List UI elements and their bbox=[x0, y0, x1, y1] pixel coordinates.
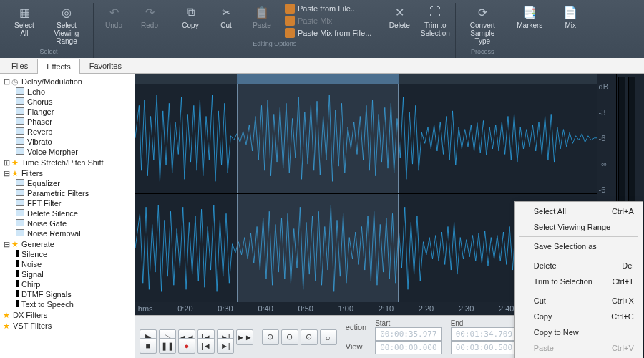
effects-tree: ⊟◷Delay/Modulation Echo Chorus Flanger P… bbox=[1, 77, 133, 332]
tree-leaf-echo[interactable]: Echo bbox=[13, 87, 133, 97]
mix-button[interactable]: 📄Mix bbox=[555, 3, 586, 39]
tree-node-time-stretch[interactable]: ⊞★Time Stretch/Pitch Shift bbox=[3, 158, 133, 168]
record-button[interactable]: ● bbox=[178, 338, 195, 354]
tree-leaf-noise-removal[interactable]: Noise Removal bbox=[13, 228, 133, 238]
zoom-out-button[interactable]: ⊖ bbox=[281, 329, 298, 345]
viewing-range-icon: ◎ bbox=[59, 4, 74, 20]
undo-button[interactable]: ↶Undo bbox=[98, 3, 130, 39]
editing-group-label: Editing Options bbox=[253, 40, 296, 47]
paste-from-file-button[interactable]: Paste from File... bbox=[282, 3, 374, 14]
tab-effects[interactable]: Effects bbox=[37, 59, 79, 74]
tree-leaf-noise[interactable]: Noise bbox=[13, 259, 133, 269]
ribbon: ▦Select All ◎Select Viewing Range Select… bbox=[0, 0, 644, 58]
markers-button[interactable]: 📑Markers bbox=[514, 3, 545, 39]
undo-icon: ↶ bbox=[106, 4, 122, 20]
redo-icon: ↷ bbox=[142, 4, 157, 20]
tree-leaf-tts[interactable]: Text to Speech bbox=[13, 299, 133, 309]
paste-icon: 📋 bbox=[254, 4, 270, 20]
waveform-area: hms0:200:300:400:501:002:102:202:302:402… bbox=[135, 74, 597, 358]
select-group-label: Select bbox=[39, 48, 57, 55]
zoom-fit-button[interactable]: ⊙ bbox=[301, 329, 318, 345]
tree-leaf-voice-morpher[interactable]: Voice Morpher bbox=[13, 147, 133, 157]
copy-icon: ⧉ bbox=[182, 4, 198, 20]
view-label: View bbox=[346, 342, 366, 351]
paste-mix-button: Paste Mix bbox=[282, 15, 374, 26]
tab-favorites[interactable]: Favorites bbox=[80, 58, 131, 73]
view-start-value: 00:00:00.000 bbox=[375, 341, 441, 354]
tree-node-delay-modulation[interactable]: ⊟◷Delay/Modulation Echo Chorus Flanger P… bbox=[3, 77, 133, 158]
ctx-paste: PasteCtrl+V bbox=[517, 340, 641, 356]
trim-to-selection-button[interactable]: ⛶Trim to Selection bbox=[419, 3, 451, 39]
ctx-copy-to-new[interactable]: Copy to New bbox=[517, 324, 641, 340]
paste-mix-from-file-button[interactable]: Paste Mix from File... bbox=[282, 27, 374, 39]
selection-start-value: 00:00:35.977 bbox=[375, 327, 441, 341]
tree-node-vst-filters[interactable]: ★VST Filters bbox=[3, 321, 133, 332]
stop-button[interactable]: ■ bbox=[140, 338, 157, 354]
tree-leaf-vibrato[interactable]: Vibrato bbox=[13, 137, 133, 147]
tree-leaf-equalizer[interactable]: Equalizer bbox=[13, 178, 133, 188]
cut-button[interactable]: ✂Cut bbox=[210, 3, 242, 39]
ctx-select-viewing-range[interactable]: Select Viewing Range bbox=[517, 219, 641, 235]
ctx-copy[interactable]: CopyCtrl+C bbox=[517, 309, 641, 324]
tree-leaf-chirp[interactable]: Chirp bbox=[13, 279, 133, 289]
forward-button[interactable]: ►► bbox=[236, 329, 253, 345]
file-icon bbox=[285, 4, 295, 14]
tree-leaf-phaser[interactable]: Phaser bbox=[13, 117, 133, 127]
trim-icon: ⛶ bbox=[427, 4, 443, 20]
tree-leaf-flanger[interactable]: Flanger bbox=[13, 107, 133, 117]
tree-leaf-reverb[interactable]: Reverb bbox=[13, 127, 133, 137]
ctx-trim-to-selection[interactable]: Trim to SelectionCtrl+T bbox=[517, 274, 641, 289]
tree-leaf-parametric-filters[interactable]: Parametric Filters bbox=[13, 188, 133, 198]
tree-leaf-dtmf[interactable]: DTMF Signals bbox=[13, 289, 133, 299]
tree-leaf-chorus[interactable]: Chorus bbox=[13, 97, 133, 107]
ctx-select-all[interactable]: Select AllCtrl+A bbox=[517, 203, 641, 219]
main-area: ⊟◷Delay/Modulation Echo Chorus Flanger P… bbox=[0, 74, 644, 358]
tree-leaf-delete-silence[interactable]: Delete Silence bbox=[13, 208, 133, 218]
tree-leaf-signal[interactable]: Signal bbox=[13, 269, 133, 279]
select-viewing-range-button[interactable]: ◎Select Viewing Range bbox=[44, 3, 89, 47]
zoom-in-button[interactable]: ⊕ bbox=[262, 329, 279, 345]
convert-sample-type-button[interactable]: ⟳Convert Sample Type bbox=[460, 3, 504, 47]
effects-tree-panel: ⊟◷Delay/Modulation Echo Chorus Flanger P… bbox=[0, 74, 135, 358]
copy-button[interactable]: ⧉Copy bbox=[175, 3, 206, 39]
side-tabs: Files Effects Favorites bbox=[0, 58, 644, 74]
select-all-icon: ▦ bbox=[16, 4, 32, 20]
selection-label: ection bbox=[346, 323, 366, 332]
tree-node-filters[interactable]: ⊟★Filters Equalizer Parametric Filters F… bbox=[3, 168, 133, 239]
waveform-channel-left[interactable] bbox=[135, 84, 597, 193]
ctx-cut[interactable]: CutCtrl+X bbox=[517, 293, 641, 309]
convert-icon: ⟳ bbox=[474, 4, 490, 20]
timeline-overview[interactable] bbox=[135, 74, 597, 84]
tree-node-dx-filters[interactable]: ★DX Filters bbox=[3, 310, 133, 321]
select-all-button[interactable]: ▦Select All bbox=[9, 3, 40, 47]
start-label: Start bbox=[375, 319, 441, 327]
next-marker-button[interactable]: ►| bbox=[217, 338, 234, 354]
ctx-save-selection-as[interactable]: Save Selection as bbox=[517, 238, 641, 254]
file-icon bbox=[285, 28, 295, 38]
end-label: End bbox=[451, 319, 517, 327]
mix-icon: 📄 bbox=[562, 4, 578, 20]
delete-button[interactable]: ✕Delete bbox=[384, 3, 415, 39]
paste-button[interactable]: 📋Paste bbox=[246, 3, 278, 39]
redo-button[interactable]: ↷Redo bbox=[134, 3, 165, 39]
prev-marker-button[interactable]: |◄ bbox=[197, 338, 215, 354]
delete-icon: ✕ bbox=[391, 4, 407, 20]
tab-files[interactable]: Files bbox=[2, 58, 37, 73]
process-group-label: Process bbox=[471, 48, 494, 55]
selection-end-value: 00:01:34.709 bbox=[451, 327, 517, 341]
markers-icon: 📑 bbox=[522, 4, 537, 20]
zoom-sel-button[interactable]: ⌕ bbox=[320, 329, 337, 345]
tree-leaf-silence[interactable]: Silence bbox=[13, 249, 133, 259]
cut-icon: ✂ bbox=[218, 4, 234, 20]
view-end-value: 00:03:00.500 bbox=[451, 341, 517, 354]
ctx-delete[interactable]: DeleteDel bbox=[517, 258, 641, 274]
tree-node-generate[interactable]: ⊟★Generate Silence Noise Signal Chirp DT… bbox=[3, 239, 133, 310]
tree-leaf-noise-gate[interactable]: Noise Gate bbox=[13, 218, 133, 228]
pause-button[interactable]: ❚❚ bbox=[159, 338, 176, 354]
context-menu: Select AllCtrl+A Select Viewing Range Sa… bbox=[514, 201, 643, 358]
file-icon bbox=[285, 16, 295, 26]
tree-leaf-fft-filter[interactable]: FFT Filter bbox=[13, 198, 133, 208]
